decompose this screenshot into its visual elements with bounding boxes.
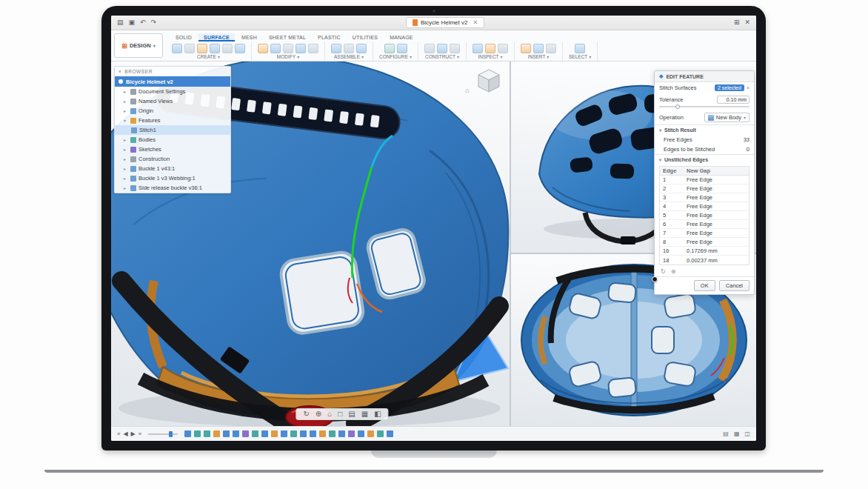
table-row[interactable]: 8Free Edge [660,238,749,247]
tool-icon[interactable] [296,44,306,53]
timeline-feature-icon[interactable] [233,430,239,437]
design-menu-button[interactable]: ⊞ DESIGN ▾ [114,33,163,58]
document-tab[interactable]: Bicycle Helmet v2 ✕ [406,17,484,28]
tool-icon[interactable] [210,44,220,53]
tab-utilities[interactable]: UTILITIES [347,33,383,41]
tool-icon[interactable] [270,44,281,53]
tab-mesh[interactable]: MESH [236,33,262,41]
tree-item-sketches[interactable]: ▸ Sketches [115,144,230,154]
tree-item-document-settings[interactable]: ▸ Document Settings [115,87,230,96]
table-row[interactable]: 3Free Edge [660,193,749,202]
slider-handle[interactable] [675,104,680,109]
zoom-fit-icon[interactable]: □ [338,410,342,418]
dialog-header[interactable]: ◆ EDIT FEATURE [655,71,754,82]
chevron-right-icon[interactable]: ▸ [124,147,128,152]
chevron-right-icon[interactable]: ▸ [124,166,128,171]
tool-icon[interactable] [575,44,585,53]
timeline-marker[interactable] [169,431,173,437]
table-row[interactable]: 2Free Edge [660,184,749,193]
zoom-to-edge-icon[interactable]: ⊕ [671,268,676,275]
app-menu-icon[interactable]: ▤ [117,19,124,26]
chevron-right-icon[interactable]: ▸ [124,89,128,94]
tool-icon[interactable] [283,44,293,53]
table-row[interactable]: 160.17269 mm [660,247,749,256]
tree-item-side-release-buckle[interactable]: ▸ Side release buckle v36:1 [115,183,230,193]
table-row[interactable]: 180.00237 mm [660,256,749,265]
timeline-feature-icon[interactable] [338,430,345,437]
chevron-right-icon[interactable]: ▸ [124,108,128,113]
tool-icon[interactable] [356,44,367,53]
tool-icon[interactable] [184,44,195,53]
tool-icon[interactable] [437,44,447,53]
tool-icon[interactable] [397,44,407,53]
timeline-feature-icon[interactable] [261,430,268,437]
chevron-right-icon[interactable]: ▸ [124,99,128,104]
timeline-scrubber[interactable] [148,433,178,435]
close-tab-icon[interactable]: ✕ [473,19,478,26]
tool-icon[interactable] [331,44,341,53]
tree-item-stitch1[interactable]: Stitch1 [115,125,230,135]
chevron-right-icon[interactable]: ▸ [124,176,128,181]
home-view-icon[interactable]: ⌂ [465,87,469,94]
tool-icon[interactable] [546,44,556,53]
timeline-feature-icon[interactable] [184,430,191,437]
timeline-feature-icon[interactable] [310,430,316,437]
timeline-feature-icon[interactable] [290,430,297,437]
timeline-feature-icon[interactable] [377,430,384,437]
tree-item-buckle-webbing[interactable]: ▸ Buckle 1 v3 Webbing:1 [115,173,230,183]
dialog-grip-dot[interactable] [652,276,658,282]
tree-item-bodies[interactable]: ▸ Bodies [115,135,230,144]
tool-icon[interactable] [498,44,508,53]
chevron-right-icon[interactable]: ▸ [124,137,128,142]
tool-icon[interactable] [308,44,318,53]
tool-icon[interactable] [172,44,182,53]
timeline-feature-icon[interactable] [329,430,335,437]
table-row[interactable]: 5Free Edge [660,211,749,220]
timeline-play-icon[interactable]: ▶ [131,431,136,437]
save-icon[interactable]: ▣ [129,19,136,26]
group-assemble-label[interactable]: ASSEMBLE [334,54,360,59]
timeline-feature-icon[interactable] [348,430,355,437]
undo-icon[interactable]: ↶ [140,19,146,26]
display-settings-icon[interactable]: ▤ [348,410,355,418]
timeline-step-back-icon[interactable]: ◀ [123,431,127,437]
timeline-group-icon[interactable]: ▦ [734,430,740,437]
tool-icon[interactable] [450,44,460,53]
timeline-options-icon[interactable]: ▤ [723,430,729,437]
tool-icon[interactable] [258,44,268,53]
timeline-feature-icon[interactable] [242,430,249,437]
tolerance-slider[interactable] [659,106,750,107]
timeline-go-end-icon[interactable]: » [138,431,141,437]
timeline-feature-icon[interactable] [358,430,364,437]
chevron-right-icon[interactable]: ▸ [124,156,128,162]
tool-icon[interactable] [235,44,245,53]
timeline-zoom-icon[interactable]: ◫ [744,430,750,437]
tab-sheet-metal[interactable]: SHEET METAL [264,33,311,41]
clear-selection-icon[interactable]: × [747,85,750,90]
close-window-icon[interactable]: ✕ [744,19,750,26]
unstitched-edges-section[interactable]: ▾ Unstitched Edges [655,154,754,164]
timeline-feature-icon[interactable] [213,430,220,437]
chevron-down-icon[interactable]: ▾ [124,118,128,123]
look-at-icon[interactable]: ⌂ [327,410,332,418]
tab-plastic[interactable]: PLASTIC [313,33,346,41]
tool-icon[interactable] [533,44,544,53]
tree-item-origin[interactable]: ▸ Origin [115,106,230,116]
selection-chip[interactable]: 2 selected [715,84,744,91]
operation-dropdown[interactable]: New Body ▾ [704,113,750,122]
timeline-feature-icon[interactable] [387,430,393,437]
tool-icon[interactable] [473,44,483,53]
group-construct-label[interactable]: CONSTRUCT [425,54,455,59]
view-cube[interactable]: ⌂ [474,66,504,96]
redo-icon[interactable]: ↷ [151,19,157,26]
timeline-feature-icon[interactable] [223,430,230,437]
chevron-right-icon[interactable]: ▸ [124,185,128,190]
grid-settings-icon[interactable]: ▦ [361,410,368,418]
timeline-feature-icon[interactable] [271,430,278,437]
tab-manage[interactable]: MANAGE [384,33,418,41]
timeline-feature-icon[interactable] [204,430,210,437]
table-row[interactable]: 7Free Edge [660,229,749,238]
timeline-go-start-icon[interactable]: « [117,431,120,437]
table-row[interactable]: 1Free Edge [660,176,749,184]
tool-icon[interactable] [521,44,531,53]
